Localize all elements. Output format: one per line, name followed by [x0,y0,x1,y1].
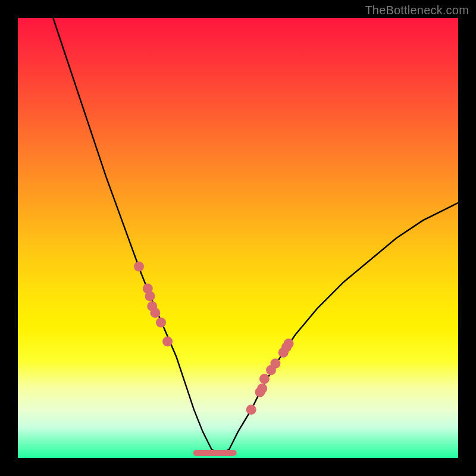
data-marker [150,308,160,318]
data-marker [270,358,280,368]
data-marker [257,384,267,394]
plot-area [18,18,458,458]
bottleneck-curve [53,18,458,454]
watermark-text: TheBottleneck.com [365,4,469,17]
outer-frame: TheBottleneck.com [0,0,476,476]
data-marker [134,262,144,272]
data-marker [284,339,294,349]
markers-right-group [246,339,294,415]
data-marker [259,374,270,384]
chart-svg [18,18,458,458]
data-marker [145,291,155,301]
data-marker [162,336,173,346]
data-marker [156,318,166,328]
data-marker [246,405,256,415]
